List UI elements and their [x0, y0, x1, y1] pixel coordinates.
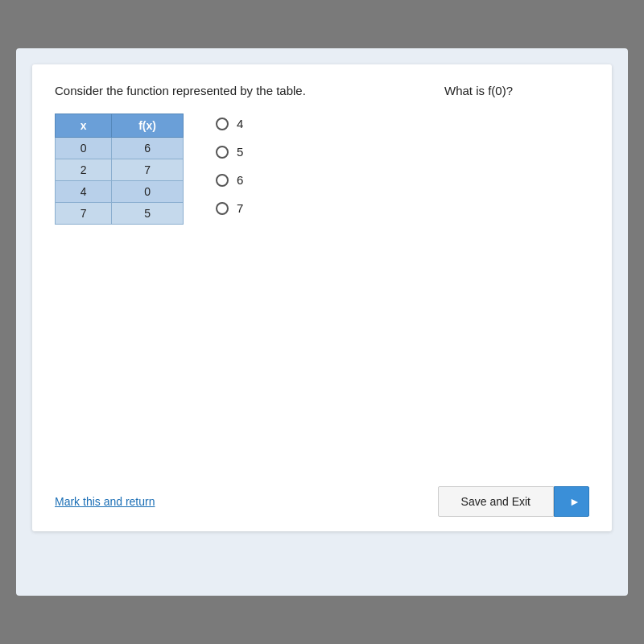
radio-circle	[216, 118, 229, 130]
question-prompt: What is f(0)?	[444, 84, 589, 97]
table-container: x f(x) 06274075	[55, 114, 184, 225]
table-row: 06	[56, 138, 184, 159]
answer-label: 7	[237, 201, 243, 215]
save-and-exit-button[interactable]: Save and Exit	[438, 486, 554, 517]
table-row: 40	[56, 181, 184, 203]
question-card: Consider the function represented by the…	[32, 64, 612, 531]
radio-circle	[216, 174, 229, 187]
radio-circle	[216, 202, 229, 215]
cell-fx: 7	[112, 159, 184, 181]
function-table: x f(x) 06274075	[55, 114, 184, 225]
answer-option[interactable]: 5	[216, 145, 243, 159]
answer-option[interactable]: 7	[216, 201, 243, 215]
answer-option[interactable]: 4	[216, 117, 243, 130]
col-header-x: x	[56, 114, 112, 138]
next-button[interactable]: ►	[554, 486, 589, 517]
cell-fx: 6	[112, 138, 184, 159]
answer-label: 5	[237, 145, 243, 159]
screen-container: Consider the function represented by the…	[16, 48, 628, 596]
question-text: Consider the function represented by the…	[55, 84, 306, 97]
answer-option[interactable]: 6	[216, 173, 243, 187]
cell-x: 7	[56, 203, 112, 225]
cell-fx: 0	[112, 181, 184, 203]
cell-x: 0	[56, 138, 112, 159]
card-footer: Mark this and return Save and Exit ►	[55, 486, 589, 517]
cell-fx: 5	[112, 203, 184, 225]
cell-x: 4	[56, 181, 112, 203]
mark-and-return-button[interactable]: Mark this and return	[55, 495, 155, 508]
table-row: 27	[56, 159, 184, 181]
table-row: 75	[56, 203, 184, 225]
radio-circle	[216, 146, 229, 159]
answer-choices: 4567	[216, 117, 243, 215]
col-header-fx: f(x)	[112, 114, 184, 138]
question-header: Consider the function represented by the…	[55, 84, 589, 97]
cell-x: 2	[56, 159, 112, 181]
answer-label: 4	[237, 117, 243, 130]
footer-buttons: Save and Exit ►	[438, 486, 589, 517]
question-body: x f(x) 06274075 4567	[55, 114, 589, 225]
answer-label: 6	[237, 173, 243, 187]
